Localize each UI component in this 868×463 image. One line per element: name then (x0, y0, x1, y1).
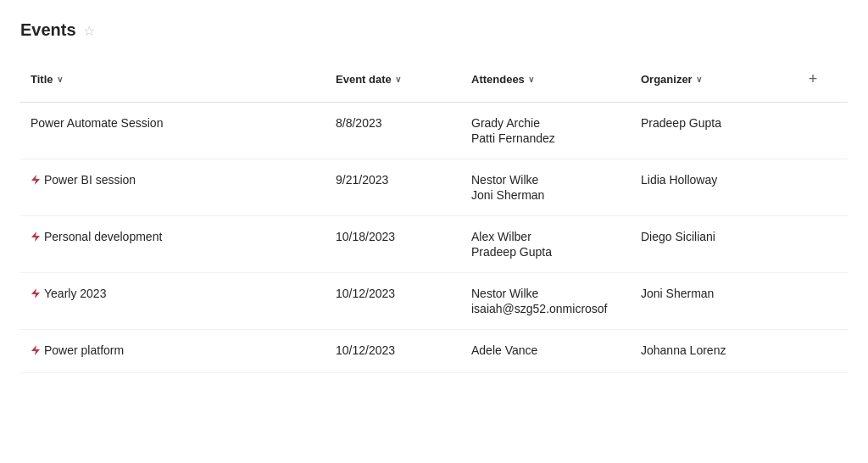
table-row[interactable]: Personal development10/18/2023Alex Wilbe… (20, 216, 848, 273)
chevron-date-icon: ∨ (395, 75, 401, 84)
cell-date: 9/21/2023 (326, 170, 461, 190)
cell-attendees: Grady ArchiePatti Fernandez (461, 113, 631, 148)
events-table: Title ∨ Event date ∨ Attendees ∨ Organiz… (20, 64, 848, 373)
cell-organizer: Pradeep Gupta (631, 113, 800, 133)
cell-date: 10/18/2023 (326, 226, 461, 247)
title-text: Power platform (44, 343, 124, 357)
attendee-name: Alex Wilber (471, 230, 620, 243)
star-icon[interactable]: ☆ (83, 23, 95, 39)
table-body: Power Automate Session8/8/2023Grady Arch… (20, 103, 848, 373)
chevron-organizer-icon: ∨ (696, 75, 702, 84)
cell-title: Power BI session (20, 170, 326, 192)
cell-title: Power platform (20, 340, 326, 362)
col-header-event-date[interactable]: Event date ∨ (326, 64, 461, 95)
cell-attendees: Alex WilberPradeep Gupta (461, 226, 631, 262)
cell-date: 10/12/2023 (326, 340, 461, 360)
cell-attendees: Adele Vance (461, 340, 631, 360)
title-text: Power BI session (44, 173, 136, 187)
cell-organizer: Diego Siciliani (631, 226, 800, 247)
page-title: Events (20, 20, 76, 40)
title-text: Personal development (44, 230, 162, 243)
cell-title: Yearly 2023 (20, 283, 326, 305)
cell-date: 8/8/2023 (326, 113, 461, 133)
page-header: Events ☆ (20, 20, 848, 40)
page-container: Events ☆ Title ∨ Event date ∨ Attendees … (0, 0, 868, 393)
attendee-name: Adele Vance (471, 343, 620, 357)
attendee-name: Grady Archie (471, 116, 620, 130)
attendee-name: Patti Fernandez (471, 131, 620, 145)
col-header-title[interactable]: Title ∨ (20, 64, 326, 95)
error-icon (31, 344, 41, 359)
cell-organizer: Lidia Holloway (631, 170, 800, 190)
col-header-organizer[interactable]: Organizer ∨ (631, 64, 800, 95)
cell-organizer: Johanna Lorenz (631, 340, 800, 360)
attendee-name: Nestor Wilke (471, 173, 620, 187)
attendee-name: Pradeep Gupta (471, 245, 620, 259)
table-row[interactable]: Power Automate Session8/8/2023Grady Arch… (20, 103, 848, 159)
error-icon (31, 287, 41, 302)
table-row[interactable]: Yearly 202310/12/2023Nestor Wilkeisaiah@… (20, 273, 848, 330)
cell-organizer: Joni Sherman (631, 283, 800, 304)
table-row[interactable]: Power BI session9/21/2023Nestor WilkeJon… (20, 159, 848, 216)
title-text: Power Automate Session (31, 116, 163, 130)
add-column-button[interactable]: + (800, 64, 826, 95)
cell-date: 10/12/2023 (326, 283, 461, 304)
chevron-attendees-icon: ∨ (528, 75, 534, 84)
cell-attendees: Nestor Wilkeisaiah@szg52.onmicrosof (461, 283, 631, 319)
col-header-attendees[interactable]: Attendees ∨ (461, 64, 631, 95)
error-icon (31, 174, 41, 188)
table-header: Title ∨ Event date ∨ Attendees ∨ Organiz… (20, 64, 848, 103)
attendee-name: Joni Sherman (471, 188, 620, 202)
chevron-title-icon: ∨ (57, 75, 63, 84)
attendee-name: Nestor Wilke (471, 287, 620, 300)
cell-title: Personal development (20, 226, 326, 248)
cell-title: Power Automate Session (20, 113, 326, 133)
attendee-name: isaiah@szg52.onmicrosof (471, 302, 620, 315)
table-row[interactable]: Power platform10/12/2023Adele VanceJohan… (20, 330, 848, 373)
cell-attendees: Nestor WilkeJoni Sherman (461, 170, 631, 205)
error-icon (31, 231, 41, 245)
title-text: Yearly 2023 (44, 287, 106, 300)
